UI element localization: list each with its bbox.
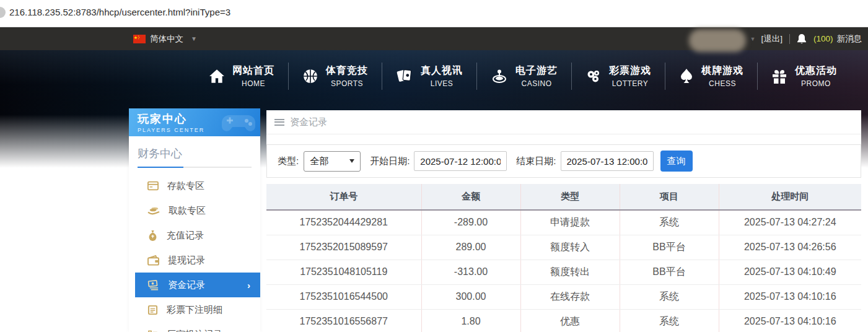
sidebar-item-label: 资金记录 [168, 279, 205, 291]
cell-amount: 1.80 [421, 309, 520, 332]
table-row: 1752352015089597 289.00 额度转入 BB平台 2025-0… [266, 235, 861, 260]
spade-icon [679, 68, 694, 84]
type-select-value: 全部 [310, 155, 328, 167]
main-nav: 网站首页 HOME 体育竞技 SPORTS [199, 50, 846, 102]
cell-amount: 300.00 [421, 284, 520, 309]
col-amount: 金额 [421, 184, 520, 210]
cell-amount: -313.00 [421, 260, 520, 284]
table-row: 1752351016544500 300.00 在线存款 系统 2025-07-… [266, 284, 861, 309]
nav-label: 彩票游戏 [609, 64, 651, 77]
language-selector[interactable]: 简体中文 ▼ [133, 33, 197, 45]
nav-sublabel: PROMO [801, 79, 831, 88]
browser-control-nub [0, 7, 6, 18]
nav-divider [288, 63, 289, 90]
sidebar-item-hall-bet-records[interactable]: 厅室投注记录 [129, 322, 260, 332]
type-select[interactable]: 全部 [304, 151, 361, 172]
nav-item-lottery[interactable]: 彩票游戏 LOTTERY [576, 64, 660, 88]
language-label: 简体中文 [150, 33, 183, 45]
menu-icon[interactable] [274, 119, 284, 126]
sidebar-item-label: 取款专区 [169, 205, 206, 217]
table-row: 1752352044429281 -289.00 申请提款 系统 2025-07… [266, 210, 861, 235]
nav-item-sports[interactable]: 体育竞技 SPORTS [293, 64, 377, 88]
bell-icon[interactable] [797, 33, 807, 45]
cell-item: BB平台 [620, 235, 719, 260]
divider [789, 34, 790, 44]
hand-money-icon [147, 205, 160, 216]
china-flag-icon [133, 35, 146, 43]
message-count[interactable]: (100) [813, 34, 833, 43]
nav-item-lives[interactable]: 真人视讯 LIVES [387, 64, 472, 88]
table-row: 1752351016556877 1.80 优惠 系统 2025-07-13 0… [266, 309, 861, 332]
start-date-input[interactable] [414, 151, 507, 171]
sidebar-item-lottery-bet-details[interactable]: 彩票下注明细 [129, 297, 260, 322]
end-date-input[interactable] [561, 151, 654, 171]
username-blurred[interactable] [689, 29, 746, 52]
sidebar-header: 玩家中心 PLAYERS CENTER [129, 108, 260, 136]
cell-order-no: 1752351016544500 [266, 284, 421, 309]
breadcrumb: 资金记录 [266, 110, 861, 134]
end-date-label: 结束日期: [516, 155, 556, 167]
logout-button[interactable]: [退出] [761, 33, 783, 45]
col-item: 项目 [620, 184, 719, 210]
nav-sublabel: HOME [242, 79, 265, 88]
chevron-down-icon: ▼ [750, 36, 756, 42]
cell-order-no: 1752352015089597 [266, 235, 421, 260]
nav-sublabel: CHESS [709, 79, 736, 88]
nav-sublabel: LIVES [431, 79, 454, 88]
url-text[interactable]: 216.118.235.52:8783/hhcp/usercenter.html… [9, 7, 230, 17]
nav-label: 体育竞技 [326, 64, 368, 77]
cell-order-no: 1752351048105119 [266, 260, 421, 284]
table-header-row: 订单号 金额 类型 项目 处理时间 [266, 184, 861, 210]
sidebar-body: 财务中心 存款专区 取款专区 [129, 136, 260, 332]
sidebar-item-label: 提现记录 [168, 255, 205, 266]
cell-item: 系统 [620, 309, 719, 332]
sidebar-item-deposit[interactable]: 存款专区 [129, 173, 260, 198]
player-center-sidebar: 玩家中心 PLAYERS CENTER 财务中心 [129, 108, 260, 332]
sidebar-item-label: 充值记录 [167, 230, 204, 242]
cell-item: 系统 [620, 210, 719, 235]
chevron-down-icon: ▼ [191, 35, 197, 42]
wallet-icon [147, 255, 159, 266]
type-label: 类型: [278, 155, 299, 167]
cell-type: 申请提款 [520, 210, 620, 235]
sidebar-item-fund-records[interactable]: 资金记录 › [135, 273, 260, 297]
cell-order-no: 1752351016556877 [266, 309, 421, 332]
money-bag-icon [147, 230, 158, 241]
cell-process-time: 2025-07-13 04:27:24 [719, 210, 861, 235]
nav-label: 网站首页 [232, 64, 274, 77]
sidebar-item-withdrawal-records[interactable]: 提现记录 [129, 248, 260, 273]
cell-item: 系统 [620, 284, 719, 309]
sidebar-item-withdraw[interactable]: 取款专区 [129, 198, 260, 223]
nav-sublabel: LOTTERY [612, 79, 649, 88]
search-button[interactable]: 查询 [660, 151, 693, 172]
nav-item-home[interactable]: 网站首页 HOME [199, 64, 284, 88]
sidebar-item-recharge-records[interactable]: 充值记录 [129, 223, 260, 248]
chevron-down-icon [349, 159, 354, 163]
cards-icon [396, 68, 413, 84]
filter-bar: 类型: 全部 开始日期: 结束日期: 查询 [266, 144, 861, 178]
nav-item-chess[interactable]: 棋牌游戏 CHESS [670, 64, 753, 88]
roulette-icon [491, 68, 508, 84]
bank-card-icon [147, 180, 159, 191]
basketball-icon [302, 68, 318, 84]
message-label[interactable]: 新消息 [837, 33, 862, 45]
document-icon [147, 305, 158, 315]
lottery-balls-icon [585, 68, 602, 84]
browser-url-bar[interactable]: 216.118.235.52:8783/hhcp/usercenter.html… [0, 0, 868, 27]
nav-item-promo[interactable]: 优惠活动 PROMO [762, 64, 846, 88]
nav-divider [665, 63, 665, 90]
sidebar-item-label: 存款专区 [167, 180, 204, 192]
col-order-no: 订单号 [266, 184, 421, 210]
nav-sublabel: CASINO [521, 79, 551, 88]
col-type: 类型 [520, 184, 620, 210]
list-icon [147, 330, 158, 332]
table-row: 1752351048105119 -313.00 额度转出 BB平台 2025-… [266, 260, 861, 284]
page-title: 资金记录 [290, 116, 327, 128]
nav-item-casino[interactable]: 电子游艺 CASINO [481, 64, 567, 88]
page: 216.118.235.52:8783/hhcp/usercenter.html… [0, 0, 868, 332]
cell-type: 额度转出 [520, 260, 620, 284]
cell-amount: -289.00 [421, 210, 520, 235]
gift-icon [771, 68, 787, 84]
cell-type: 额度转入 [520, 235, 620, 260]
nav-divider [757, 63, 758, 90]
